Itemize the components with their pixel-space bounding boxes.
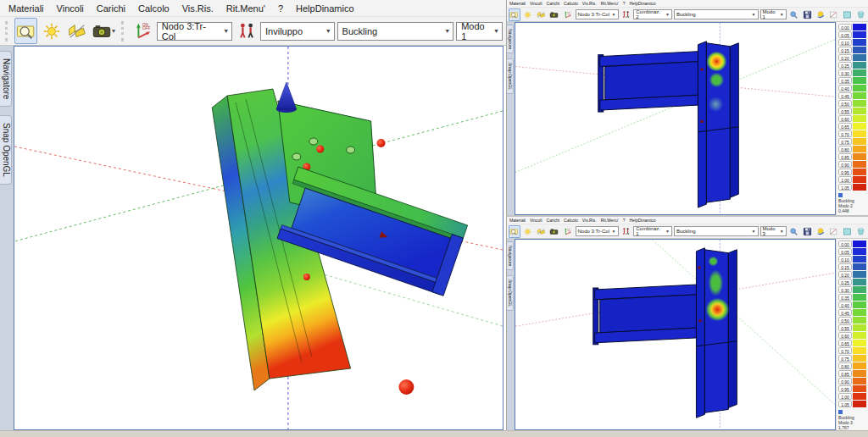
chevron-down-icon: ▼	[752, 229, 756, 234]
axes-toggle-button[interactable]	[131, 18, 154, 44]
menu-item-helpdinamico[interactable]: HelpDinamico	[629, 1, 655, 6]
chevron-down-icon: ▼	[612, 12, 616, 17]
edit-button[interactable]	[828, 225, 840, 238]
menu-item-helpdinamico[interactable]: HelpDinamico	[296, 3, 353, 14]
legend-handle[interactable]	[838, 193, 843, 197]
result-combobox[interactable]: Buckling▼	[674, 9, 759, 19]
viewport-3d-top-right[interactable]	[515, 22, 836, 215]
render-faces-button[interactable]	[65, 18, 88, 44]
legend-value-label: 0,55	[838, 108, 852, 114]
menu-item-rit-menu-[interactable]: Rit.Menu'	[601, 1, 619, 6]
menu-item-vis-ris-[interactable]: Vis.Ris.	[182, 3, 214, 14]
legend-color-cell	[853, 362, 866, 369]
menu-item-carichi[interactable]: Carichi	[97, 3, 125, 14]
zoom-lens-button[interactable]	[788, 225, 800, 238]
menu-item-materiali[interactable]: Materiali	[509, 218, 526, 223]
snapshot-button[interactable]	[548, 8, 560, 21]
node-combobox[interactable]: Nodo 3:Tr-Col▼	[576, 9, 619, 19]
legend-value-label: 0,20	[838, 271, 852, 278]
edit-button[interactable]	[828, 8, 840, 21]
lamp-button[interactable]	[815, 225, 826, 238]
legend-handle[interactable]	[838, 410, 843, 414]
axes-toggle-button[interactable]	[562, 8, 574, 21]
menu-item-carichi[interactable]: Carichi	[547, 218, 560, 223]
panel-color-button[interactable]	[842, 225, 854, 238]
legend-row: 0,80	[838, 146, 866, 152]
toolbar-grip[interactable]	[121, 21, 126, 41]
menu-item-vis-ris-[interactable]: Vis.Ris.	[582, 218, 597, 223]
side-tab-snap-opengl[interactable]: Snap OpenGL	[507, 275, 514, 311]
menu-item-vis-ris-[interactable]: Vis.Ris.	[582, 1, 597, 6]
render-faces-button[interactable]	[535, 225, 547, 238]
load-figures-button[interactable]	[620, 225, 632, 238]
menu-item-calcolo[interactable]: Calcolo	[564, 1, 578, 6]
legend-color-cell	[853, 347, 866, 354]
menu-item-carichi[interactable]: Carichi	[547, 1, 560, 6]
menu-item-vincoli[interactable]: Vincoli	[530, 218, 542, 223]
snapshot-dropdown-arrow[interactable]: ▼	[110, 28, 116, 34]
toolbar-grip[interactable]	[5, 21, 10, 41]
menu-item--[interactable]: ?	[623, 218, 626, 223]
legend-value-label: 0,05	[838, 31, 852, 38]
chevron-down-icon: ▼	[444, 28, 450, 34]
mode-combobox[interactable]: Modo 3▼	[760, 226, 787, 236]
light-button[interactable]	[522, 8, 534, 21]
snapshot-button[interactable]: ▼	[91, 18, 117, 44]
side-tab-navigatore[interactable]: Navigatore	[507, 241, 514, 270]
side-tab-navigatore[interactable]: Navigatore	[0, 51, 12, 107]
legend-value-label: 1,05	[838, 401, 852, 407]
result-combobox[interactable]: Buckling▼	[674, 226, 759, 236]
legend-value-label: 0,75	[838, 138, 852, 145]
light-button[interactable]	[522, 225, 534, 238]
menu-item-calcolo[interactable]: Calcolo	[138, 3, 170, 14]
main-menubar: MaterialiVincoliCarichiCalcoloVis.Ris.Ri…	[0, 0, 506, 17]
mode-combobox[interactable]: Modo 1▼	[456, 22, 503, 41]
node-combobox[interactable]: Nodo 3:Tr-Col▼	[157, 22, 232, 41]
envelope-combobox-value: Inviluppo	[265, 26, 303, 36]
load-figures-button[interactable]	[235, 18, 258, 44]
light-button[interactable]	[40, 18, 63, 44]
legend-row: 0,15	[838, 263, 866, 270]
result-combobox[interactable]: Buckling▼	[337, 22, 454, 41]
viewport-3d-bottom-right[interactable]	[515, 239, 836, 430]
panel-color-button[interactable]	[842, 8, 854, 21]
lamp-button[interactable]	[815, 8, 826, 21]
bucket-button[interactable]	[854, 8, 866, 21]
chevron-down-icon: ▼	[493, 28, 499, 34]
side-tab-snap-opengl[interactable]: Snap OpenGL	[0, 115, 12, 185]
menu-item--[interactable]: ?	[623, 1, 626, 6]
axes-toggle-button[interactable]	[562, 225, 574, 238]
zoom-window-button[interactable]	[509, 8, 520, 21]
chevron-down-icon: ▼	[752, 12, 756, 17]
bolt	[303, 274, 310, 280]
legend-value-label: 0,60	[838, 115, 852, 122]
menu-item-vincoli[interactable]: Vincoli	[530, 1, 542, 6]
combination-combobox[interactable]: Combinaz. 2▼	[633, 9, 672, 19]
zoom-window-button[interactable]	[509, 225, 520, 238]
load-figures-button[interactable]	[620, 8, 632, 21]
menu-item-materiali[interactable]: Materiali	[8, 3, 44, 14]
menu-item-helpdinamico[interactable]: HelpDinamico	[629, 218, 655, 223]
envelope-combobox[interactable]: Inviluppo▼	[260, 22, 335, 41]
viewport-3d-main[interactable]	[14, 46, 504, 430]
zoom-window-button[interactable]	[14, 18, 37, 44]
render-faces-button[interactable]	[535, 8, 547, 21]
menu-item-rit-menu-[interactable]: Rit.Menu'	[601, 218, 619, 223]
save-button[interactable]	[801, 225, 813, 238]
menu-item-rit-menu-[interactable]: Rit.Menu'	[226, 3, 265, 14]
snapshot-button[interactable]	[548, 225, 560, 238]
menu-item-calcolo[interactable]: Calcolo	[564, 218, 578, 223]
combination-combobox[interactable]: Combinaz. 1▼	[633, 226, 672, 236]
mode-combobox[interactable]: Modo 1▼	[760, 9, 787, 19]
zoom-lens-button[interactable]	[788, 8, 800, 21]
bucket-button[interactable]	[854, 225, 866, 238]
menu-item-vincoli[interactable]: Vincoli	[57, 3, 84, 14]
side-tab-navigatore[interactable]: Navigatore	[507, 25, 514, 53]
node-combobox[interactable]: Nodo 3:Tr-Col▼	[576, 226, 619, 236]
legend-color-cell	[853, 153, 866, 160]
side-tab-snap-opengl[interactable]: Snap OpenGL	[507, 58, 514, 94]
legend-value-label: 0,55	[838, 324, 852, 331]
save-button[interactable]	[801, 8, 813, 21]
menu-item--[interactable]: ?	[278, 3, 283, 14]
menu-item-materiali[interactable]: Materiali	[509, 1, 526, 6]
